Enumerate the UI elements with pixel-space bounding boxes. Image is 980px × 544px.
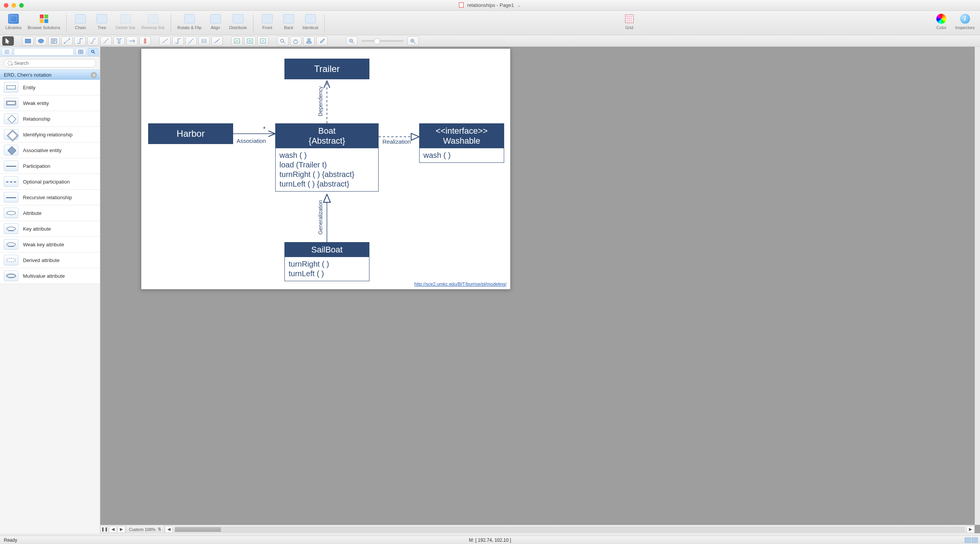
zoom-slider[interactable] <box>361 40 403 42</box>
zoom-out-button[interactable] <box>346 36 358 46</box>
footer-link[interactable]: http://sce2.umkc.edu/BIT/burrise/pl/mode… <box>414 282 506 287</box>
interface-washable[interactable]: <<interface>> Washable wash ( ) <box>419 123 504 163</box>
shape-multivalue-attribute[interactable]: Multivalue attribute <box>0 268 100 284</box>
sidebar-tab-grid[interactable] <box>75 48 86 56</box>
class-harbor[interactable]: Harbor <box>148 123 233 144</box>
back-icon <box>283 14 294 23</box>
status-sq-1[interactable] <box>965 537 971 543</box>
horizontal-scrollbar[interactable] <box>175 527 965 532</box>
minimize-window-button[interactable] <box>11 3 16 8</box>
line-tool-4[interactable] <box>198 36 210 46</box>
sidebar-top-tabs <box>0 47 100 57</box>
svg-rect-15 <box>81 50 83 51</box>
line-tool-5[interactable] <box>211 36 223 46</box>
conn-tool-3[interactable] <box>87 36 99 46</box>
shape-recursive-relationship[interactable]: Recursive relationship <box>0 190 100 205</box>
shape-weak-entity[interactable]: Weak entity <box>0 95 100 111</box>
browse-solutions-button[interactable]: Browse Solutions <box>26 12 62 31</box>
close-window-button[interactable] <box>4 3 8 8</box>
search-input[interactable] <box>4 59 96 67</box>
rect-tool[interactable] <box>22 36 34 46</box>
line-tool-2[interactable] <box>172 36 184 46</box>
shape-derived-attribute[interactable]: Derived attribute <box>0 252 100 268</box>
shape-key-attribute[interactable]: Key attribute <box>0 221 100 237</box>
zoom-window-button[interactable] <box>19 3 24 8</box>
pointer-tool[interactable] <box>2 36 14 46</box>
front-button[interactable]: Front <box>258 12 276 31</box>
grid-icon <box>625 15 634 23</box>
line-tool-3[interactable] <box>185 36 197 46</box>
rotate-flip-button[interactable]: Rotate & Flip <box>176 12 203 31</box>
status-sq-2[interactable] <box>972 537 978 543</box>
window-controls <box>4 3 24 8</box>
zoom-tool[interactable] <box>277 36 289 46</box>
close-section-icon[interactable]: ✕ <box>91 72 97 78</box>
libraries-button[interactable]: Libraries <box>4 12 23 31</box>
vertical-scrollbar[interactable] <box>975 47 980 525</box>
shape-attribute[interactable]: Attribute <box>0 205 100 221</box>
class-boat-header: Boat {Abstract} <box>276 124 378 148</box>
weak-key-attribute-icon <box>4 239 18 250</box>
text-tool[interactable] <box>48 36 60 46</box>
misc-tool-3[interactable] <box>257 36 269 46</box>
identical-button[interactable]: Identical <box>301 12 320 31</box>
page-next-button[interactable]: ▶ <box>118 526 125 533</box>
svg-rect-14 <box>78 50 80 51</box>
eyedropper-tool[interactable] <box>316 36 328 46</box>
shape-entity[interactable]: Entity <box>0 80 100 95</box>
misc-tool-1[interactable] <box>231 36 243 46</box>
shape-relationship[interactable]: Relationship <box>0 111 100 127</box>
canvas-area: Trailer Harbor Boat {Abstract} wash ( ) … <box>100 47 980 533</box>
class-boat[interactable]: Boat {Abstract} wash ( ) load (Trailer t… <box>275 123 379 192</box>
conn-tool-5[interactable] <box>113 36 125 46</box>
inspectors-button[interactable]: Inspectors <box>954 12 976 31</box>
distribute-button[interactable]: Distribute <box>228 12 248 31</box>
ellipse-tool[interactable] <box>35 36 47 46</box>
zoom-select[interactable]: Custom 108%⇅ <box>126 525 165 533</box>
relationship-icon <box>4 113 18 124</box>
line-tool-1[interactable] <box>159 36 171 46</box>
associative-entity-icon <box>4 145 18 156</box>
tree-button[interactable]: Tree <box>93 12 111 31</box>
label-multiplicity: * <box>263 125 266 133</box>
conn-tool-4[interactable] <box>100 36 112 46</box>
back-button[interactable]: Back <box>279 12 298 31</box>
page-pause-icon[interactable]: ❚❚ <box>101 526 108 533</box>
class-trailer[interactable]: Trailer <box>284 59 369 79</box>
page-prev-button[interactable]: ◀ <box>109 526 117 533</box>
shape-optional-participation[interactable]: Optional participation <box>0 174 100 190</box>
shape-weak-key-attribute[interactable]: Weak key attribute <box>0 237 100 252</box>
sidebar-section-header[interactable]: ERD, Chen's notation ✕ <box>0 70 100 80</box>
canvas-viewport[interactable]: Trailer Harbor Boat {Abstract} wash ( ) … <box>100 47 975 525</box>
pan-tool[interactable] <box>290 36 302 46</box>
chain-button[interactable]: Chain <box>71 12 90 31</box>
diagram-page[interactable]: Trailer Harbor Boat {Abstract} wash ( ) … <box>141 48 511 290</box>
sidebar-tab-search[interactable] <box>88 48 98 56</box>
sidebar-top-field[interactable] <box>14 48 74 56</box>
delete-link-button[interactable]: Delete link <box>114 12 137 31</box>
zoom-in-button[interactable] <box>407 36 419 46</box>
color-button[interactable]: Color <box>932 12 951 31</box>
conn-tool-1[interactable] <box>61 36 73 46</box>
conn-tool-2[interactable] <box>74 36 86 46</box>
grid-button[interactable]: Grid <box>620 12 639 31</box>
hscroll-right[interactable]: ▶ <box>967 526 974 533</box>
conn-tool-6[interactable] <box>126 36 138 46</box>
class-sailboat[interactable]: SailBoat turnRight ( ) turnLeft ( ) <box>284 242 369 281</box>
interface-washable-header: <<interface>> Washable <box>420 124 504 148</box>
conn-tool-7[interactable] <box>139 36 151 46</box>
misc-tool-2[interactable] <box>244 36 256 46</box>
status-left: Ready <box>4 537 17 543</box>
document-icon <box>459 2 464 8</box>
hscroll-left[interactable]: ◀ <box>165 526 173 533</box>
sidebar-tab-list[interactable] <box>2 48 12 56</box>
shape-participation[interactable]: Participation <box>0 158 100 174</box>
identifying-relationship-icon <box>4 129 18 140</box>
align-button[interactable]: Align <box>206 12 225 31</box>
class-sailboat-operations: turnRight ( ) turnLeft ( ) <box>285 257 369 281</box>
reverse-link-button[interactable]: Reverse link <box>140 12 167 31</box>
stamp-tool[interactable] <box>303 36 315 46</box>
attribute-icon <box>4 208 18 218</box>
shape-identifying-relationship[interactable]: Identifying relationship <box>0 127 100 143</box>
shape-associative-entity[interactable]: Associative entity <box>0 143 100 158</box>
